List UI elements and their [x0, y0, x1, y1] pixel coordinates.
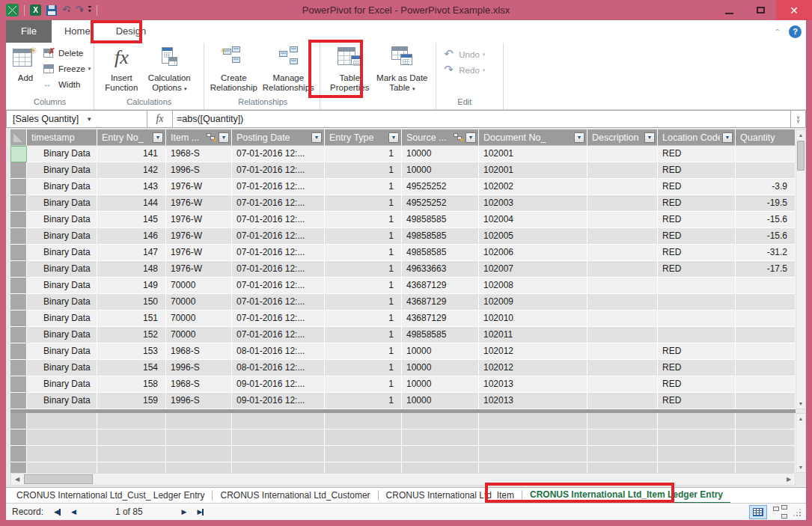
- cell[interactable]: 49525252: [402, 179, 479, 195]
- cell[interactable]: Binary Data: [27, 393, 97, 409]
- cell[interactable]: 70000: [166, 294, 232, 311]
- cell[interactable]: -31.2: [736, 245, 796, 261]
- cell[interactable]: 07-01-2016 12:...: [232, 228, 325, 245]
- measure-cell[interactable]: [325, 429, 402, 446]
- cell[interactable]: Binary Data: [27, 311, 97, 327]
- customize-toolbar-icon[interactable]: ▾: [88, 6, 91, 14]
- measure-cell[interactable]: [479, 413, 587, 429]
- diagram-view-button[interactable]: [772, 505, 788, 519]
- cell[interactable]: 144: [97, 195, 166, 212]
- cell[interactable]: [587, 245, 658, 261]
- column-header-entry-type[interactable]: Entry Type▼: [325, 129, 402, 146]
- resize-grip[interactable]: [793, 508, 802, 517]
- measure-cell[interactable]: [402, 429, 479, 446]
- cell[interactable]: Binary Data: [27, 212, 97, 228]
- measure-cell[interactable]: [736, 446, 796, 462]
- cell[interactable]: 154: [97, 360, 166, 376]
- cell[interactable]: 1: [325, 261, 402, 278]
- row-selector[interactable]: [10, 393, 27, 409]
- cell[interactable]: Binary Data: [27, 376, 97, 393]
- cell[interactable]: 1996-S: [166, 360, 232, 376]
- cell[interactable]: RED: [658, 343, 736, 360]
- cell[interactable]: [587, 228, 658, 245]
- cell[interactable]: 1: [325, 360, 402, 376]
- measure-cell[interactable]: [479, 446, 587, 462]
- row-selector[interactable]: [10, 261, 27, 278]
- maximize-button[interactable]: [745, 0, 776, 20]
- cell[interactable]: 1968-S: [166, 146, 232, 162]
- filter-dropdown-icon[interactable]: ▼: [388, 132, 399, 143]
- cell[interactable]: 1: [325, 311, 402, 327]
- row-selector[interactable]: [10, 228, 27, 245]
- cell[interactable]: 1: [325, 327, 402, 343]
- row-selector[interactable]: [10, 327, 27, 343]
- cell[interactable]: 10000: [402, 360, 479, 376]
- previous-record-icon[interactable]: ◀: [71, 508, 76, 516]
- cell[interactable]: 149: [97, 278, 166, 294]
- cell[interactable]: Binary Data: [27, 278, 97, 294]
- row-selector-current[interactable]: [10, 146, 27, 162]
- cell[interactable]: [587, 162, 658, 179]
- cell[interactable]: 08-01-2016 12:...: [232, 360, 325, 376]
- cell[interactable]: Binary Data: [27, 327, 97, 343]
- cell[interactable]: 1: [325, 212, 402, 228]
- cell[interactable]: 49858585: [402, 327, 479, 343]
- cell[interactable]: 150: [97, 294, 166, 311]
- column-header-quantity[interactable]: Quantity: [736, 129, 796, 146]
- scroll-down-icon[interactable]: ▼: [796, 399, 805, 409]
- cell[interactable]: 49633663: [402, 261, 479, 278]
- cell[interactable]: [587, 146, 658, 162]
- filter-dropdown-icon[interactable]: ▼: [574, 132, 584, 143]
- cell[interactable]: 07-01-2016 12:...: [232, 311, 325, 327]
- scroll-left-icon[interactable]: ◀: [11, 474, 23, 485]
- cell[interactable]: 102006: [479, 245, 587, 261]
- filter-dropdown-icon[interactable]: ▼: [465, 132, 476, 143]
- cell[interactable]: 102009: [479, 294, 587, 311]
- cell[interactable]: 142: [97, 162, 166, 179]
- cell[interactable]: 07-01-2016 12:...: [232, 162, 325, 179]
- filter-dropdown-icon[interactable]: ▼: [644, 132, 655, 143]
- cell[interactable]: 07-01-2016 12:...: [232, 146, 325, 162]
- cell[interactable]: [587, 360, 658, 376]
- cell[interactable]: Binary Data: [27, 360, 97, 376]
- column-header-location-code[interactable]: Location Code▼: [658, 129, 736, 146]
- cell[interactable]: [587, 393, 658, 409]
- measure-cell[interactable]: [402, 446, 479, 462]
- cell[interactable]: [736, 311, 796, 327]
- next-record-icon[interactable]: ▶: [182, 508, 187, 516]
- measure-row-selector[interactable]: [10, 413, 27, 429]
- cell[interactable]: [736, 278, 796, 294]
- column-header-posting-date[interactable]: Posting Date▼: [232, 129, 325, 146]
- row-selector[interactable]: [10, 376, 27, 393]
- cell[interactable]: RED: [658, 195, 736, 212]
- scroll-up-icon[interactable]: ▲: [796, 414, 805, 423]
- select-all-corner[interactable]: [10, 129, 27, 146]
- cell[interactable]: 43687129: [402, 278, 479, 294]
- cell[interactable]: 49858585: [402, 228, 479, 245]
- cell[interactable]: Binary Data: [27, 179, 97, 195]
- scrollbar-thumb[interactable]: [24, 474, 93, 484]
- freeze-button[interactable]: Freeze▾: [43, 63, 91, 75]
- cell[interactable]: 1976-W: [166, 261, 232, 278]
- cell[interactable]: 148: [97, 261, 166, 278]
- measure-cell[interactable]: [232, 429, 325, 446]
- cell[interactable]: [587, 212, 658, 228]
- cell[interactable]: 151: [97, 311, 166, 327]
- cell[interactable]: 158: [97, 376, 166, 393]
- cell[interactable]: 102012: [479, 360, 587, 376]
- cell[interactable]: 07-01-2016 12:...: [232, 212, 325, 228]
- measure-cell[interactable]: [587, 429, 658, 446]
- cell[interactable]: [587, 179, 658, 195]
- last-record-icon[interactable]: ▶: [198, 508, 204, 516]
- insert-function-fx-button[interactable]: fx: [147, 111, 173, 127]
- cell[interactable]: 43687129: [402, 294, 479, 311]
- cell[interactable]: [736, 343, 796, 360]
- redo-button[interactable]: ↷ Redo▾: [444, 64, 485, 76]
- filter-dropdown-icon[interactable]: ▼: [219, 132, 229, 143]
- cell[interactable]: 70000: [166, 278, 232, 294]
- cell[interactable]: RED: [658, 179, 736, 195]
- cell[interactable]: RED: [658, 212, 736, 228]
- cell[interactable]: 1: [325, 195, 402, 212]
- manage-relationships-button[interactable]: Manage Relationships: [260, 44, 317, 93]
- measure-cell[interactable]: [587, 413, 658, 429]
